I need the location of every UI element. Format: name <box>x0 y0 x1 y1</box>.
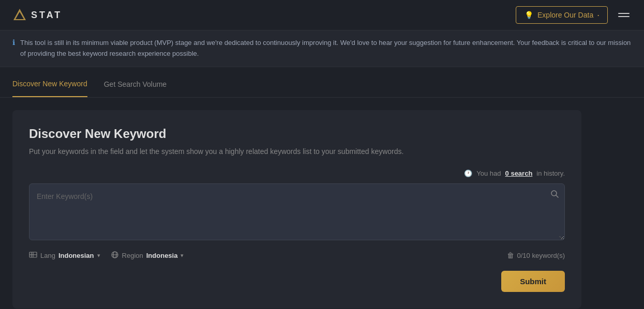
logo-icon <box>12 8 27 22</box>
clock-icon: 🕐 <box>464 169 472 177</box>
region-selector[interactable]: Region Indonesia ▾ <box>111 251 184 260</box>
explore-data-button[interactable]: 💡 Explore Our Data • <box>516 6 608 24</box>
region-label: Region <box>122 252 143 259</box>
history-count-link[interactable]: 0 search <box>505 169 533 177</box>
region-value: Indonesia <box>146 252 178 259</box>
info-icon: ℹ <box>12 38 15 47</box>
keyword-textarea[interactable] <box>29 183 565 240</box>
dot-icon: • <box>597 13 599 18</box>
explore-btn-label: Explore Our Data <box>537 11 593 19</box>
lang-icon <box>29 251 37 260</box>
hamburger-menu-button[interactable] <box>616 11 632 19</box>
main-content: Discover New Keyword Put your keywords i… <box>0 98 644 309</box>
logo: STAT <box>12 8 62 22</box>
lang-dropdown-arrow: ▾ <box>97 252 100 259</box>
tab-nav: Discover New Keyword Get Search Volume <box>0 71 644 98</box>
trash-icon: 🗑 <box>507 251 514 259</box>
card-subtitle: Put your keywords in the field and let t… <box>29 146 565 157</box>
menu-line-1 <box>618 13 630 14</box>
submit-row: Submit <box>29 271 565 292</box>
card-title: Discover New Keyword <box>29 127 565 141</box>
history-prefix: You had <box>476 169 501 177</box>
history-suffix: in history. <box>536 169 565 177</box>
keyword-input-container: ⤡ <box>29 183 565 242</box>
history-row: 🕐 You had 0 search in history. <box>29 169 565 177</box>
search-icon-button[interactable] <box>550 190 559 200</box>
logo-text: STAT <box>31 10 62 21</box>
lang-label: Lang <box>40 252 55 259</box>
header-right: 💡 Explore Our Data • <box>516 6 632 24</box>
keyword-count: 🗑 0/10 keyword(s) <box>507 251 565 259</box>
svg-line-3 <box>556 195 558 197</box>
tab-get-search-volume[interactable]: Get Search Volume <box>104 72 167 97</box>
info-banner: ℹ This tool is still in its minimum viab… <box>0 30 644 67</box>
left-controls: Lang Indonesian ▾ Region Indonesia <box>29 251 184 260</box>
header: STAT 💡 Explore Our Data • <box>0 0 644 30</box>
lang-selector[interactable]: Lang Indonesian ▾ <box>29 251 100 260</box>
keyword-count-label: 0/10 keyword(s) <box>517 252 565 259</box>
search-icon <box>550 190 559 198</box>
region-dropdown-arrow: ▾ <box>181 252 184 259</box>
tab-discover-new-keyword[interactable]: Discover New Keyword <box>12 71 87 97</box>
content-card: Discover New Keyword Put your keywords i… <box>12 110 581 308</box>
region-icon <box>111 251 119 260</box>
controls-row: Lang Indonesian ▾ Region Indonesia <box>29 251 565 260</box>
submit-button[interactable]: Submit <box>501 271 565 292</box>
info-text: This tool is still in its minimum viable… <box>20 38 632 59</box>
menu-line-2 <box>618 16 630 17</box>
lang-value: Indonesian <box>58 252 94 259</box>
bulb-icon: 💡 <box>525 11 533 19</box>
